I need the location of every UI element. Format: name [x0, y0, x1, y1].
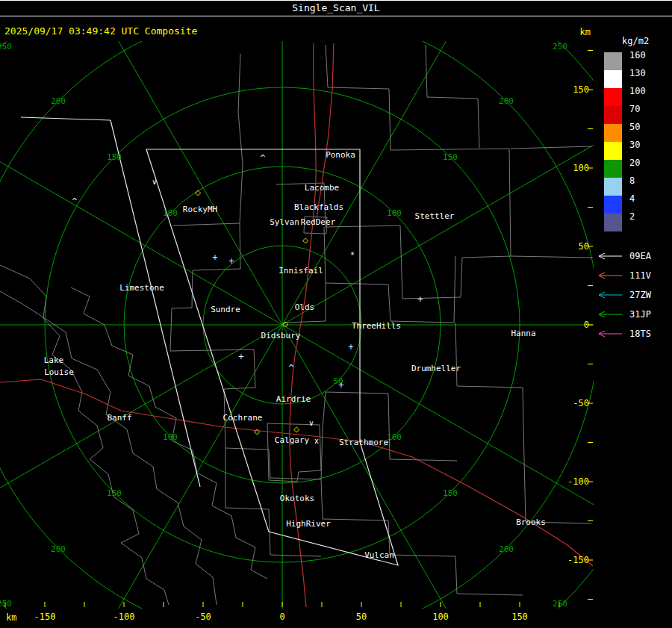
legend-color-swatch	[604, 142, 622, 160]
legend-value: 160	[629, 51, 646, 60]
legend-value: 20	[629, 158, 640, 167]
radar-site-id: 111V	[629, 270, 651, 281]
x-axis-label: 100	[432, 612, 449, 622]
legend-value: 30	[629, 140, 640, 149]
radar-site-id: 18TS	[629, 329, 651, 339]
legend-value: 130	[629, 69, 646, 78]
scan-timestamp: 2025/09/17 03:49:42 UTC Composite	[4, 25, 197, 37]
legend-panel: kg/m2 16013010070503020842 09EA111V27ZW3…	[595, 36, 672, 343]
legend-entry: 4	[604, 196, 672, 214]
site-arrow-icon	[597, 330, 623, 338]
x-axis-label: 0	[279, 612, 284, 622]
legend-color-swatch	[604, 106, 622, 124]
radar-map-canvas	[0, 41, 594, 609]
radar-site-legend: 09EA111V27ZW31JP18TS	[597, 246, 672, 343]
radar-site-legend-row: 111V	[597, 266, 672, 285]
window-title: Single_Scan_VIL	[292, 2, 379, 13]
radar-site-id: 09EA	[629, 251, 651, 261]
color-scale: 16013010070503020842	[604, 52, 672, 231]
legend-value: 2	[629, 212, 635, 221]
legend-entry: 8	[604, 178, 672, 196]
site-arrow-icon	[597, 252, 623, 260]
x-axis-label: 150	[511, 612, 528, 622]
radar-map[interactable]: PonokaLacombeBlackfaldsSylvanRedDeerStet…	[0, 41, 594, 609]
radar-site-id: 31JP	[629, 309, 651, 320]
x-axis-label: -50	[195, 612, 211, 622]
x-axis-label: 50	[356, 612, 367, 622]
legend-color-swatch	[604, 214, 622, 231]
x-axis-unit: km	[6, 612, 16, 623]
window-titlebar[interactable]: Single_Scan_VIL	[0, 0, 672, 16]
axis-tick-marks	[5, 51, 593, 608]
y-axis-unit: km	[580, 27, 591, 37]
legend-value: 8	[629, 176, 635, 185]
x-axis-label: -100	[113, 612, 135, 622]
site-arrow-icon	[597, 272, 623, 279]
radar-site-legend-row: 27ZW	[597, 285, 672, 305]
legend-unit-label: kg/m2	[622, 36, 672, 46]
legend-value: 4	[629, 194, 635, 203]
legend-value: 100	[629, 87, 646, 96]
x-axis-label: -150	[34, 612, 56, 622]
legend-value: 50	[629, 122, 640, 131]
legend-entry: 20	[604, 160, 672, 178]
radar-viewer-window: Single_Scan_VIL 2025/09/17 03:49:42 UTC …	[0, 0, 672, 628]
radar-site-legend-row: 18TS	[597, 324, 672, 343]
legend-color-swatch	[604, 52, 622, 70]
legend-value: 70	[629, 105, 640, 114]
radar-site-id: 27ZW	[629, 290, 651, 300]
site-arrow-icon	[597, 311, 623, 318]
legend-color-swatch	[604, 124, 622, 142]
legend-color-swatch	[604, 178, 622, 196]
legend-color-swatch	[604, 160, 622, 178]
radar-site-legend-row: 31JP	[597, 305, 672, 324]
legend-color-swatch	[604, 70, 622, 88]
legend-color-swatch	[604, 196, 622, 214]
legend-color-swatch	[604, 88, 622, 106]
radar-site-legend-row: 09EA	[597, 246, 672, 266]
legend-entry: 2	[604, 214, 672, 231]
site-arrow-icon	[597, 291, 623, 299]
